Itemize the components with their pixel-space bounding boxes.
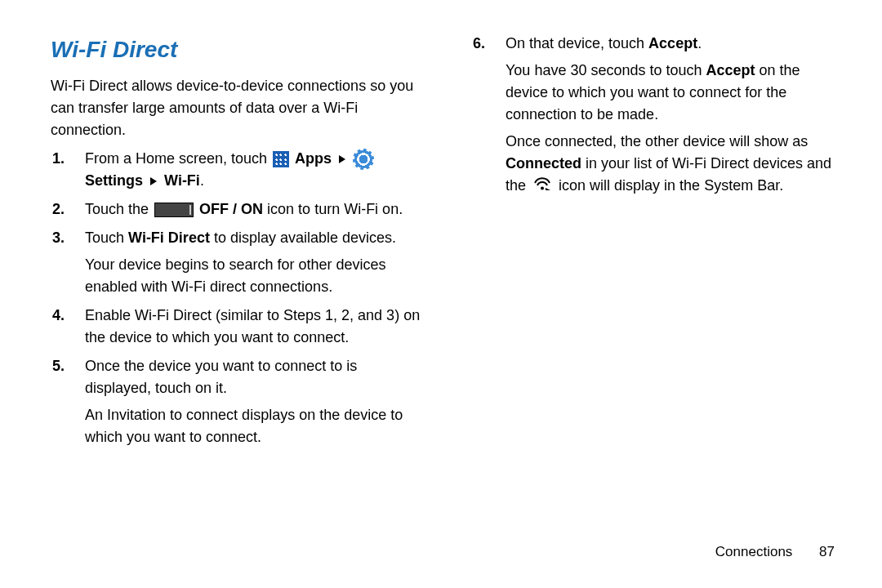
svg-point-0	[541, 186, 544, 189]
connected-label: Connected	[506, 155, 581, 172]
step-number-3: 3.	[52, 227, 65, 249]
wifi-direct-label: Wi-Fi Direct	[128, 229, 210, 246]
step-5-text-a: Once the device you want to connect to i…	[85, 358, 357, 396]
steps-list: 1. From a Home screen, touch Apps Settin…	[41, 148, 421, 448]
wifi-direct-icon	[533, 176, 551, 198]
steps-list-right: 6. On that device, touch Accept. You hav…	[461, 33, 841, 198]
accept-label-2: Accept	[706, 62, 755, 78]
step-number-5: 5.	[52, 355, 65, 377]
step-number-6: 6.	[473, 33, 485, 55]
step-2: 2. Touch the OFF / ON icon to turn Wi-Fi…	[74, 198, 421, 220]
step-6-e1: Once connected, the other device will sh…	[506, 133, 808, 149]
arrow-icon	[339, 155, 345, 163]
step-number-1: 1.	[52, 148, 65, 170]
step-4: 4. Enable Wi-Fi Direct (similar to Steps…	[74, 305, 421, 349]
step-6-d1: You have 30 seconds to touch	[506, 62, 706, 78]
arrow-icon	[150, 177, 157, 185]
step-4-text: Enable Wi-Fi Direct (similar to Steps 1,…	[85, 307, 420, 345]
step-2-text-a: Touch the	[85, 201, 153, 217]
step-number-4: 4.	[52, 305, 65, 327]
step-5: 5. Once the device you want to connect t…	[74, 355, 421, 448]
step-3-text-a: Touch	[85, 229, 128, 246]
step-1: 1. From a Home screen, touch Apps Settin…	[74, 148, 421, 192]
page-footer: Connections 87	[715, 541, 835, 563]
step-1-text-a: From a Home screen, touch	[85, 150, 271, 167]
step-1-end: .	[200, 172, 204, 189]
right-column: 6. On that device, touch Accept. You hav…	[461, 33, 841, 455]
step-2-text-c: icon to turn Wi-Fi on.	[267, 201, 403, 217]
page-columns: Wi-Fi Direct Wi-Fi Direct allows device-…	[41, 33, 841, 455]
step-6-text-a: On that device, touch	[506, 35, 648, 51]
section-title: Wi-Fi Direct	[51, 33, 421, 67]
step-3: 3. Touch Wi-Fi Direct to display availab…	[74, 227, 421, 298]
toggle-off-icon	[154, 203, 194, 217]
step-number-2: 2.	[52, 198, 65, 220]
step-3-sub: Your device begins to search for other d…	[85, 254, 421, 298]
step-6-e4: icon will display in the System Bar.	[559, 177, 783, 194]
settings-label: Settings	[85, 172, 143, 189]
settings-icon	[354, 150, 372, 168]
step-5-sub: An Invitation to connect displays on the…	[85, 404, 421, 448]
footer-section: Connections	[715, 541, 793, 563]
footer-page-number: 87	[819, 544, 835, 559]
left-column: Wi-Fi Direct Wi-Fi Direct allows device-…	[41, 33, 421, 455]
apps-icon	[273, 151, 289, 167]
step-6: 6. On that device, touch Accept. You hav…	[494, 33, 841, 198]
step-6-text-c: .	[697, 35, 702, 51]
accept-label: Accept	[648, 35, 697, 51]
intro-paragraph: Wi-Fi Direct allows device-to-device con…	[51, 75, 421, 141]
wifi-label: Wi-Fi	[164, 172, 200, 189]
step-6-sub-e: Once connected, the other device will sh…	[506, 131, 841, 198]
step-3-text-c: to display available devices.	[210, 229, 396, 246]
apps-label: Apps	[295, 150, 332, 167]
off-on-label: OFF / ON	[199, 201, 263, 217]
step-6-sub-d: You have 30 seconds to touch Accept on t…	[506, 60, 841, 126]
